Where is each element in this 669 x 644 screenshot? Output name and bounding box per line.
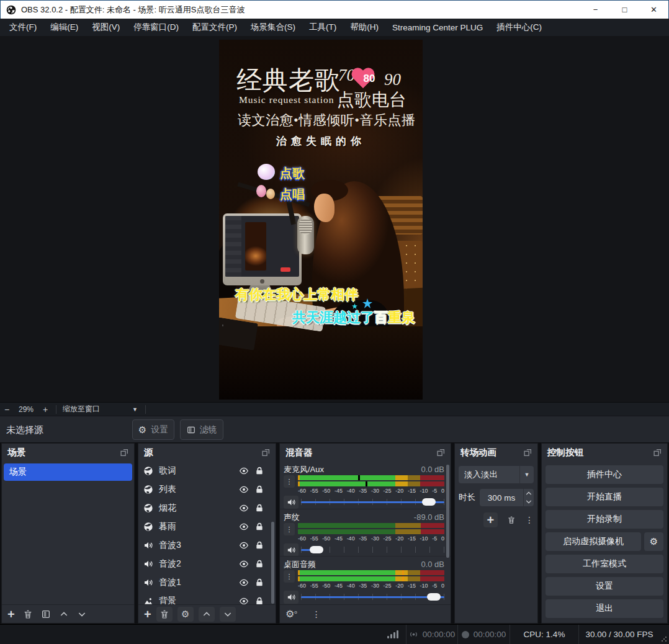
lock-icon[interactable] [254,578,264,588]
scene-down-button[interactable] [77,609,87,619]
spin-down-icon[interactable] [524,498,534,506]
settings-button[interactable]: 设置 [546,577,663,596]
start-virtual-camera-button[interactable]: 启动虚拟摄像机 [546,532,641,551]
add-source-button[interactable]: + [144,608,151,620]
source-row[interactable]: 歌词 [138,462,276,480]
visibility-eye-icon[interactable] [239,503,249,513]
channel-menu-button[interactable]: ⋮ [284,523,295,535]
resize-grip[interactable] [661,636,667,642]
maximize-button[interactable]: □ [610,1,639,19]
scene-item-selected[interactable]: 场景 [4,463,132,481]
add-transition-button[interactable]: + [483,512,498,527]
menu-scene-collection[interactable]: 场景集合(S) [244,19,302,36]
menu-plugin-center[interactable]: 插件中心(C) [490,19,549,36]
source-row[interactable]: 音波2 [138,555,276,573]
volume-slider[interactable] [301,592,444,602]
mixer-scrollbar[interactable] [446,465,449,558]
source-row[interactable]: 烟花 [138,499,276,517]
poster-monitor [223,213,302,285]
popout-icon[interactable] [653,449,662,457]
menu-docks[interactable]: 停靠窗口(D) [127,19,186,36]
start-recording-button[interactable]: 开始录制 [546,510,663,529]
menu-view[interactable]: 视图(V) [85,19,127,36]
exit-button[interactable]: 退出 [546,599,663,618]
duration-spinner[interactable] [523,489,534,506]
plugin-center-button[interactable]: 插件中心 [546,465,663,484]
menu-edit[interactable]: 编辑(E) [43,19,85,36]
mute-speaker-icon[interactable] [284,543,299,557]
zoom-fit-label[interactable]: 缩放至窗口 [60,404,102,414]
start-streaming-button[interactable]: 开始直播 [546,488,663,506]
remove-scene-button[interactable] [23,609,33,619]
source-up-button[interactable] [199,607,215,622]
close-button[interactable]: ✕ [639,1,668,19]
scene-up-button[interactable] [59,609,69,619]
sources-scrollbar[interactable] [271,522,274,604]
advanced-audio-gear-icon[interactable]: ⚙o [285,608,297,620]
duration-input[interactable]: 300 ms [480,489,523,506]
source-row[interactable]: 暮雨 [138,517,276,536]
source-row[interactable]: 列表 [138,480,276,499]
mute-speaker-icon[interactable] [284,591,299,604]
channel-menu-button[interactable]: ⋮ [284,570,295,583]
visibility-eye-icon[interactable] [239,596,249,604]
popout-icon[interactable] [120,449,128,457]
source-row[interactable]: 音波3 [138,536,276,555]
lock-icon[interactable] [254,485,264,494]
lock-icon[interactable] [254,503,264,513]
cpu-usage: CPU: 1.4% [510,625,578,644]
source-filters-button[interactable]: 滤镜 [180,419,223,440]
source-row[interactable]: 音波1 [138,573,276,592]
lock-icon[interactable] [254,596,264,604]
visibility-eye-icon[interactable] [239,522,249,532]
status-bar: 00:00:00 00:00:00 CPU: 1.4% 30.00 / 30.0… [0,624,669,644]
menu-profile[interactable]: 配置文件(P) [186,19,244,36]
minimize-button[interactable]: − [581,1,610,19]
visibility-eye-icon[interactable] [239,485,249,494]
broadcast-icon [409,630,418,639]
add-scene-button[interactable]: + [7,608,15,620]
menu-help[interactable]: 帮助(H) [343,19,385,36]
scene-filters-button[interactable] [41,609,51,619]
menu-streaming-center[interactable]: Streaming Center PLUG [385,20,490,35]
sources-list: 歌词 列表 烟花 暮雨 音波3 [138,462,276,604]
popout-icon[interactable] [262,449,270,457]
popout-icon[interactable] [437,449,445,457]
gear-icon: ⚙ [138,424,146,436]
remove-source-button[interactable] [156,607,173,622]
menu-tools[interactable]: 工具(T) [302,19,343,36]
remove-transition-button[interactable] [507,515,516,525]
poster-subtitle-en: Music request station [239,94,334,105]
source-down-button[interactable] [220,607,236,622]
visibility-eye-icon[interactable] [239,559,249,569]
mixer-menu-kebab-icon[interactable]: ⋮ [312,609,321,619]
filter-icon [187,426,195,434]
visibility-eye-icon[interactable] [239,466,249,476]
channel-menu-button[interactable]: ⋮ [284,475,295,488]
lock-icon[interactable] [254,522,264,532]
lock-icon[interactable] [254,540,264,550]
zoom-fit-caret-icon[interactable]: ▼ [132,406,138,413]
preview-canvas[interactable]: 经典老歌 70 80 90 Music request station 点歌电台… [0,36,669,402]
visibility-eye-icon[interactable] [239,578,249,588]
virtual-camera-settings-button[interactable]: ⚙ [644,532,663,551]
popout-icon[interactable] [524,449,532,457]
visibility-eye-icon[interactable] [239,540,249,550]
volume-slider[interactable] [301,497,444,507]
source-properties-button[interactable]: ⚙ 设置 [132,419,174,440]
zoom-out-button[interactable]: − [0,405,14,414]
transition-menu-kebab-icon[interactable]: ⋮ [525,515,534,525]
scenes-dock-header: 场景 [2,444,134,462]
zoom-in-button[interactable]: + [38,405,52,414]
source-properties-button[interactable]: ⚙ [177,607,194,622]
source-row[interactable]: 背景 [138,592,276,604]
lock-icon[interactable] [254,466,264,476]
lock-icon[interactable] [254,559,264,569]
volume-slider[interactable] [301,545,444,555]
window-title: OBS 32.0.2 - 配置文件: 未命名 - 场景: 听云通用S点歌台三音波 [21,4,245,16]
studio-mode-button[interactable]: 工作室模式 [546,555,663,573]
transition-select[interactable]: 淡入淡出 ▼ [459,466,534,483]
menu-file[interactable]: 文件(F) [2,19,43,36]
spin-up-icon[interactable] [524,489,534,498]
mute-speaker-icon[interactable] [284,496,299,509]
